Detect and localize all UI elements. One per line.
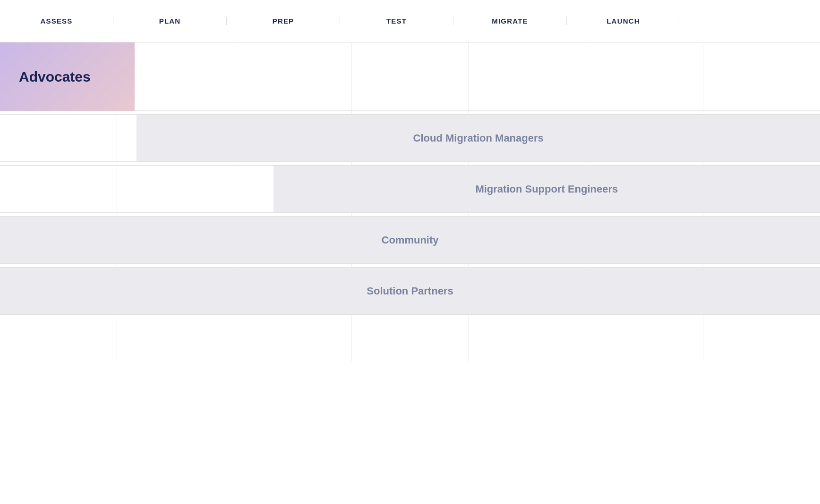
header-plan: PLAN	[113, 17, 227, 25]
row-migration-support-engineers: Migration Support Engineers	[0, 166, 820, 213]
migration-support-engineers-band: Migration Support Engineers	[273, 166, 820, 212]
spacer-4	[0, 264, 820, 268]
col-test	[351, 42, 469, 110]
spacer-bottom	[0, 315, 820, 362]
community-band: Community	[0, 217, 820, 263]
cloud-migration-managers-label: Cloud Migration Managers	[413, 132, 544, 144]
row-community: Community	[0, 217, 820, 264]
col-launch	[586, 42, 703, 110]
col-extra	[703, 42, 820, 110]
header-test: TEST	[340, 17, 453, 25]
spacer-3	[0, 213, 820, 217]
spacer-2	[0, 162, 820, 166]
community-label: Community	[382, 234, 439, 246]
header-launch: LAUNCH	[567, 17, 680, 25]
advocates-card: Advocates	[0, 42, 135, 111]
grid-body: Advocates	[0, 42, 820, 362]
main-container: ASSESS PLAN PREP TEST MIGRATE LAUNCH Adv…	[0, 0, 820, 504]
col-migrate	[469, 42, 586, 110]
solution-partners-label: Solution Partners	[367, 285, 453, 297]
header-assess: ASSESS	[0, 17, 113, 25]
col-prep	[234, 42, 351, 110]
row-solution-partners: Solution Partners	[0, 268, 820, 315]
header-row: ASSESS PLAN PREP TEST MIGRATE LAUNCH	[0, 0, 820, 42]
solution-partners-band: Solution Partners	[0, 268, 820, 314]
row-advocates: Advocates	[0, 42, 820, 111]
header-prep: PREP	[227, 17, 340, 25]
spacer-1	[0, 111, 820, 115]
header-migrate: MIGRATE	[453, 17, 567, 25]
cloud-migration-managers-band: Cloud Migration Managers	[137, 115, 820, 161]
col-plan	[117, 42, 234, 110]
row-cloud-migration-managers: Cloud Migration Managers	[0, 115, 820, 162]
advocates-title: Advocates	[19, 69, 91, 85]
migration-support-engineers-label: Migration Support Engineers	[475, 183, 618, 195]
